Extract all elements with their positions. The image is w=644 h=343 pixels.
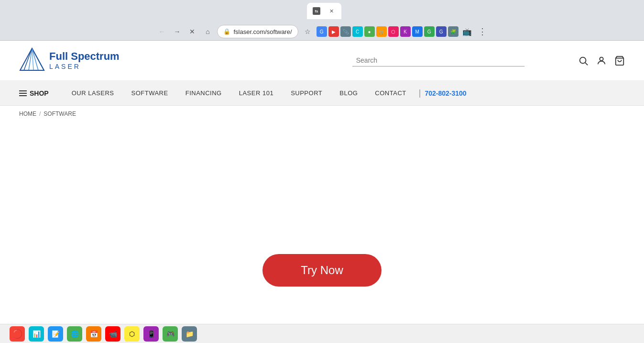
nav-link-blog[interactable]: BLOG	[331, 89, 366, 97]
menu-button[interactable]: ⋮	[476, 25, 489, 38]
nav-link-software[interactable]: SOFTWARE	[123, 89, 177, 97]
forward-button[interactable]: →	[170, 25, 184, 38]
nav-link-our-lasers[interactable]: OUR LASERS	[63, 89, 123, 97]
ext-icon-7[interactable]: ⬡	[388, 26, 399, 37]
header-icons	[578, 55, 625, 66]
search-input-wrapper	[352, 55, 524, 66]
back-button[interactable]: ←	[155, 25, 168, 38]
address-bar[interactable]: 🔒 fslaser.com/software/	[217, 25, 298, 38]
site-nav: SHOP OUR LASERS SOFTWARE FINANCING LASER…	[0, 81, 644, 106]
ext-icon-5[interactable]: ●	[364, 26, 375, 37]
cast-button[interactable]: 📺	[460, 25, 474, 38]
browser-tab[interactable]: fs ✕	[307, 3, 341, 19]
logo-full-spectrum: Full Spectrum	[49, 51, 120, 62]
tab-favicon: fs	[313, 7, 320, 15]
try-now-button[interactable]: Try Now	[262, 254, 381, 287]
ext-icon-6[interactable]: 🛒	[376, 26, 387, 37]
nav-link-support[interactable]: SUPPORT	[282, 89, 331, 97]
ext-icon-10[interactable]: G	[424, 26, 435, 37]
main-content: Try Now	[0, 122, 644, 323]
logo-laser: LASER	[49, 63, 120, 70]
url-text: fslaser.com/software/	[233, 28, 292, 35]
nav-link-laser101[interactable]: LASER 101	[230, 89, 282, 97]
ext-icon-12[interactable]: 🧩	[448, 26, 458, 37]
ext-icon-2[interactable]: ▶	[328, 26, 339, 37]
svg-point-9	[580, 57, 586, 63]
hamburger-icon	[19, 90, 27, 96]
ext-icon-4[interactable]: C	[352, 26, 363, 37]
lock-icon: 🔒	[223, 28, 230, 35]
nav-phone[interactable]: 702-802-3100	[425, 89, 466, 97]
breadcrumb: HOME / SOFTWARE	[0, 106, 644, 122]
svg-line-10	[585, 63, 588, 65]
ext-icon-8[interactable]: K	[400, 26, 411, 37]
tab-close-button[interactable]: ✕	[328, 7, 336, 15]
breadcrumb-home[interactable]: HOME	[19, 111, 36, 117]
account-icon-button[interactable]	[596, 55, 607, 66]
search-icon-button[interactable]	[578, 55, 589, 66]
extension-icons-area: G ▶ 📎 C ● 🛒 ⬡ K M G G 🧩	[317, 26, 458, 37]
search-area	[299, 55, 579, 66]
breadcrumb-current: SOFTWARE	[44, 111, 76, 117]
shop-button[interactable]: SHOP	[19, 89, 49, 97]
svg-line-7	[24, 48, 32, 70]
reload-button[interactable]: ✕	[186, 25, 199, 38]
site-header: Full Spectrum LASER	[0, 41, 644, 81]
logo-text: Full Spectrum LASER	[49, 51, 120, 70]
cart-icon-button[interactable]	[614, 55, 625, 66]
nav-link-financing[interactable]: FINANCING	[177, 89, 230, 97]
breadcrumb-separator: /	[39, 111, 41, 117]
website-content: Full Spectrum LASER	[0, 41, 644, 323]
logo-area: Full Spectrum LASER	[19, 46, 299, 75]
svg-line-3	[32, 48, 44, 70]
nav-link-contact[interactable]: CONTACT	[366, 89, 415, 97]
nav-divider: |	[419, 88, 421, 98]
search-input[interactable]	[352, 55, 524, 66]
shop-label: SHOP	[30, 89, 49, 97]
bookmark-button[interactable]: ☆	[301, 25, 315, 38]
ext-icon-11[interactable]: G	[436, 26, 447, 37]
ext-icon-9[interactable]: M	[412, 26, 423, 37]
ext-icon-3[interactable]: 📎	[340, 26, 351, 37]
nav-links: OUR LASERS SOFTWARE FINANCING LASER 101 …	[63, 88, 625, 98]
logo-icon[interactable]	[19, 46, 45, 75]
home-button[interactable]: ⌂	[201, 25, 214, 38]
svg-text:fs: fs	[315, 9, 318, 13]
svg-point-11	[600, 57, 603, 60]
translate-ext-icon[interactable]: G	[317, 26, 327, 37]
